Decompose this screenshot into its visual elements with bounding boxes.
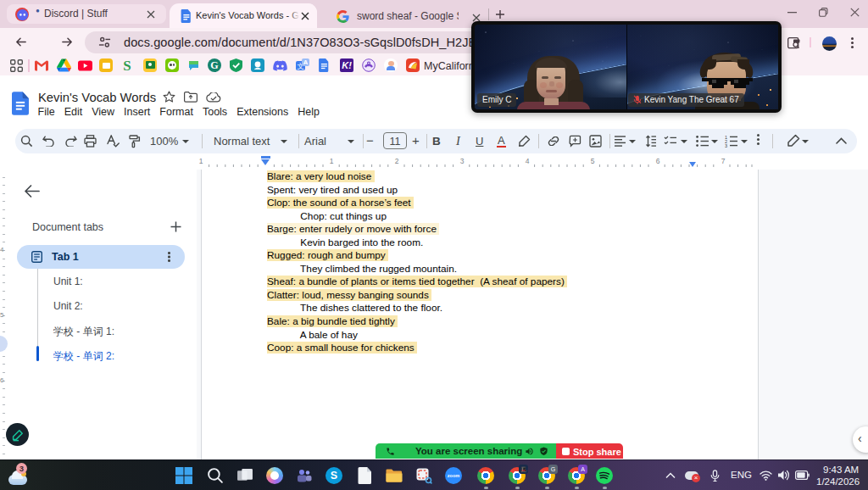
svg-text:1: 1	[330, 157, 334, 165]
svg-text:2: 2	[395, 157, 399, 165]
svg-text:3: 3	[725, 143, 727, 148]
svg-text:1: 1	[199, 157, 203, 165]
svg-text:A: A	[303, 58, 309, 66]
svg-text:3: 3	[460, 157, 465, 165]
svg-text:S: S	[123, 58, 131, 73]
svg-text:4: 4	[526, 157, 530, 165]
svg-text:6: 6	[656, 157, 660, 165]
svg-text:5: 5	[591, 157, 595, 165]
svg-text:7: 7	[721, 157, 726, 165]
